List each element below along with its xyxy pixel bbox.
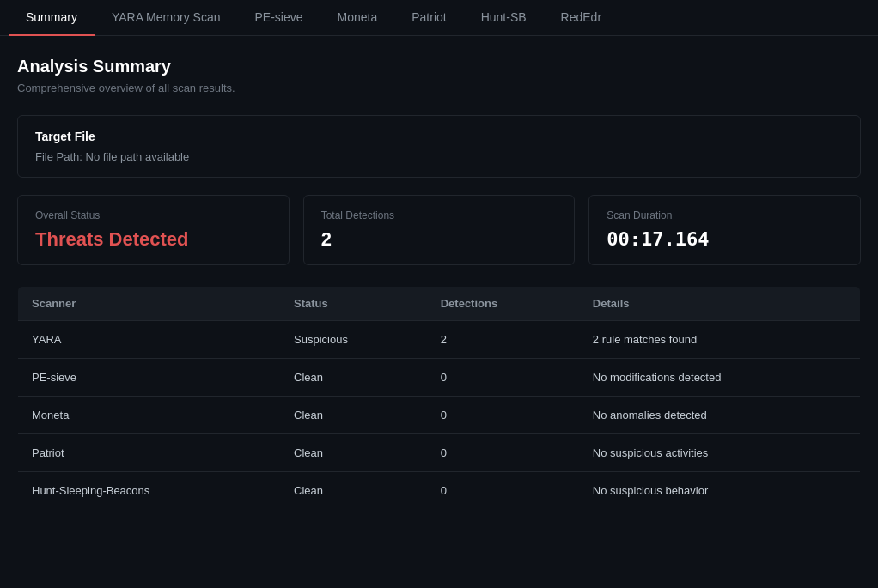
target-file-path: File Path: No file path available — [35, 150, 843, 163]
stats-row: Overall Status Threats Detected Total De… — [17, 195, 861, 265]
tab-pe-sieve[interactable]: PE-sieve — [237, 0, 320, 36]
col-header-details: Details — [579, 287, 861, 321]
total-detections-card: Total Detections 2 — [303, 195, 576, 265]
scanner-details: No modifications detected — [579, 359, 861, 397]
scanner-name: YARA — [18, 321, 281, 359]
page-title: Analysis Summary — [17, 57, 861, 76]
tab-yara-memory-scan[interactable]: YARA Memory Scan — [95, 0, 238, 36]
scanner-status: Suspicious — [280, 321, 427, 359]
scanner-detections: 0 — [427, 359, 579, 397]
page-subtitle: Comprehensive overview of all scan resul… — [17, 82, 861, 94]
tab-bar: SummaryYARA Memory ScanPE-sieveMonetaPat… — [0, 0, 878, 36]
total-detections-label: Total Detections — [321, 209, 558, 221]
scanner-detections: 2 — [427, 321, 579, 359]
overall-status-label: Overall Status — [35, 209, 271, 221]
scanner-name: Patriot — [18, 434, 281, 472]
scanner-status: Clean — [280, 472, 427, 510]
col-header-status: Status — [280, 287, 427, 321]
tab-hunt-sb[interactable]: Hunt-SB — [464, 0, 544, 36]
scan-duration-value: 00:17.164 — [607, 228, 843, 250]
file-path-value: No file path available — [86, 150, 190, 163]
table-row: MonetaClean0No anomalies detected — [18, 397, 861, 434]
table-body: YARASuspicious22 rule matches foundPE-si… — [18, 321, 861, 510]
tab-moneta[interactable]: Moneta — [320, 0, 395, 36]
table-header-row: ScannerStatusDetectionsDetails — [18, 287, 861, 321]
scanner-status: Clean — [280, 359, 427, 397]
scanner-status: Clean — [280, 434, 427, 472]
scanner-detections: 0 — [427, 397, 579, 434]
scanner-details: No suspicious behavior — [579, 472, 861, 510]
page-header: Analysis Summary Comprehensive overview … — [17, 57, 861, 94]
table-row: YARASuspicious22 rule matches found — [18, 321, 861, 359]
scanner-details: No anomalies detected — [579, 397, 861, 434]
total-detections-value: 2 — [321, 228, 558, 251]
scan-duration-card: Scan Duration 00:17.164 — [588, 195, 861, 265]
table-row: PE-sieveClean0No modifications detected — [18, 359, 861, 397]
scanner-name: Moneta — [18, 397, 281, 434]
file-path-label: File Path: — [35, 150, 82, 163]
scanner-details: 2 rule matches found — [579, 321, 861, 359]
scanner-status: Clean — [280, 397, 427, 434]
scanner-details: No suspicious activities — [579, 434, 861, 472]
scanner-name: Hunt-Sleeping-Beacons — [18, 472, 281, 510]
scanner-table: ScannerStatusDetectionsDetails YARASuspi… — [17, 286, 861, 510]
scanner-detections: 0 — [427, 472, 579, 510]
scanner-detections: 0 — [427, 434, 579, 472]
target-file-title: Target File — [35, 130, 843, 143]
col-header-scanner: Scanner — [18, 287, 281, 321]
tab-rededr[interactable]: RedEdr — [544, 0, 619, 36]
tab-summary[interactable]: Summary — [9, 0, 95, 36]
col-header-detections: Detections — [427, 287, 579, 321]
table-row: PatriotClean0No suspicious activities — [18, 434, 861, 472]
overall-status-value: Threats Detected — [35, 228, 271, 251]
target-file-card: Target File File Path: No file path avai… — [17, 115, 861, 178]
table-row: Hunt-Sleeping-BeaconsClean0No suspicious… — [18, 472, 861, 510]
overall-status-card: Overall Status Threats Detected — [17, 195, 290, 265]
tab-patriot[interactable]: Patriot — [394, 0, 463, 36]
scan-duration-label: Scan Duration — [607, 209, 843, 221]
scanner-name: PE-sieve — [18, 359, 281, 397]
table-header: ScannerStatusDetectionsDetails — [18, 287, 861, 321]
main-content: Analysis Summary Comprehensive overview … — [0, 36, 878, 530]
